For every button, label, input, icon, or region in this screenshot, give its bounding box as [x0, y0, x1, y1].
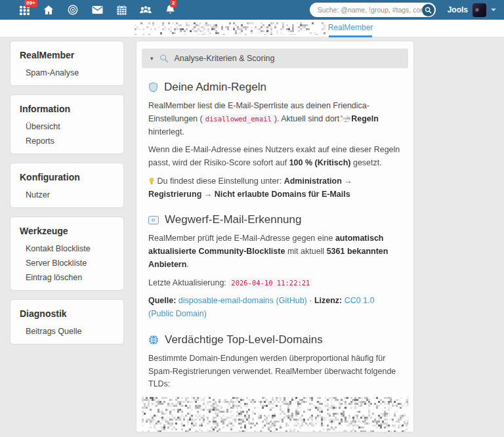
- groups-button[interactable]: [140, 4, 152, 16]
- sidebar-panel-title: Werkzeuge: [20, 226, 114, 236]
- panel-content: Deine Admin-Regeln RealMember liest die …: [142, 81, 408, 432]
- main-panel: ▾ Analyse-Kriterien & Scoring Deine Admi…: [136, 41, 413, 432]
- user-name: Jools: [448, 5, 468, 14]
- magnifier-icon: [159, 54, 169, 63]
- section-title: Verdächtige Top-Level-Domains: [165, 333, 323, 346]
- notifications-badge: 2: [170, 0, 177, 7]
- sidebar-panel-title: Diagnostik: [20, 308, 114, 319]
- sidebar-item-reports[interactable]: Reports: [20, 131, 114, 146]
- shield-icon: [148, 82, 158, 93]
- redacted-tld-list: [142, 397, 408, 432]
- text-bold: Registrierung: [148, 190, 201, 199]
- sidebar-item-kontakt-blockliste[interactable]: Kontakt Blockliste: [20, 239, 114, 253]
- network-target-icon: [68, 5, 78, 15]
- sidebar-item-uebersicht[interactable]: Übersicht: [20, 117, 114, 131]
- last-update-label: Letzte Aktualisierung:: [148, 278, 226, 287]
- sidebar-panel-title: RealMember: [20, 50, 114, 60]
- admin-rules-paragraph-1: RealMember liest die E-Mail-Sperrliste a…: [148, 100, 402, 138]
- text: RealMember prüft jede E-Mail-Adresse geg…: [148, 234, 335, 243]
- apps-badge: 99+: [24, 0, 37, 7]
- user-menu[interactable]: Jools: [448, 3, 496, 17]
- sidebar-panel-realmember: RealMember Spam-Analyse: [10, 41, 123, 85]
- admin-rules-tip: Du findest diese Einstellung unter: Admi…: [148, 175, 402, 201]
- settings-tabbar: RealMember: [0, 20, 504, 37]
- search-button[interactable]: [422, 4, 434, 16]
- lightbulb-icon: [148, 177, 155, 185]
- top-navbar: 99+: [0, 0, 504, 20]
- sidebar-panel-information: Information Übersicht Reports: [10, 95, 123, 154]
- text: ). Aktuell sind dort: [274, 114, 339, 123]
- source-license-line: Quelle: disposable-email-domains (GitHub…: [148, 295, 402, 321]
- last-update-timestamp: 2026-04-10 11:22:21: [228, 278, 312, 287]
- section-title: Deine Admin-Regeln: [164, 81, 266, 94]
- search-bar: [310, 3, 436, 17]
- tab-realmember[interactable]: RealMember: [329, 20, 372, 37]
- network-button[interactable]: [67, 4, 79, 16]
- text: .: [186, 260, 188, 269]
- sidebar-item-eintrag-loeschen[interactable]: Eintrag löschen: [20, 268, 114, 282]
- search-icon: [425, 7, 432, 14]
- sidebar-item-server-blockliste[interactable]: Server Blockliste: [20, 253, 114, 268]
- last-update-line: Letzte Aktualisierung: 2026-04-10 11:22:…: [148, 277, 402, 290]
- mail-icon: [92, 5, 103, 14]
- messages-button[interactable]: [91, 4, 103, 16]
- sidebar-panel-title: Konfiguration: [20, 172, 114, 182]
- section-title: Wegwerf-E-Mail-Erkennung: [165, 213, 301, 226]
- text-bold: 100 % (Kritisch): [289, 158, 351, 167]
- tld-paragraph: Bestimmte Domain-Endungen werden überpro…: [148, 352, 402, 391]
- user-avatar: [472, 3, 486, 17]
- home-button[interactable]: [43, 4, 54, 16]
- calendar-icon: [117, 5, 127, 15]
- section-disposable-email: ℮ Wegwerf-E-Mail-Erkennung: [148, 213, 402, 226]
- section-suspicious-tlds: Verdächtige Top-Level-Domains: [148, 333, 402, 346]
- home-icon: [43, 5, 54, 15]
- panel-title: Analyse-Kriterien & Scoring: [175, 54, 275, 63]
- admin-rules-paragraph-2: Wenn die E-Mail-Adresse eines Nutzers ex…: [148, 144, 402, 170]
- collapse-caret-icon: ▾: [150, 55, 154, 62]
- license-label: Lizenz:: [314, 296, 342, 305]
- text: gesetzt.: [350, 158, 381, 167]
- sidebar-item-beitrags-quelle[interactable]: Beitrags Quelle: [20, 322, 114, 336]
- apps-menu-button[interactable]: 99+: [18, 4, 30, 16]
- globe-icon: [148, 335, 159, 345]
- source-label: Quelle:: [148, 296, 176, 305]
- text: Du findest diese Einstellung unter:: [157, 177, 284, 186]
- sidebar-panel-werkzeuge: Werkzeuge Kontakt Blockliste Server Bloc…: [10, 217, 123, 290]
- source-link[interactable]: disposable-email-domains (GitHub): [178, 296, 307, 305]
- disposable-paragraph: RealMember prüft jede E-Mail-Adresse geg…: [148, 232, 402, 271]
- chevron-down-icon: [491, 9, 496, 11]
- text: →: [201, 190, 214, 199]
- calendar-button[interactable]: [116, 4, 127, 16]
- sidebar-panel-diagnostik: Diagnostik Beitrags Quelle: [10, 300, 123, 344]
- sidebar-item-spam-analyse[interactable]: Spam-Analyse: [20, 63, 114, 77]
- search-input[interactable]: [318, 6, 422, 14]
- section-admin-rules: Deine Admin-Regeln: [148, 81, 402, 94]
- text: mit aktuell: [285, 247, 326, 256]
- text-bold: Nicht erlaubte Domains für E-Mails: [215, 190, 350, 199]
- text-bold: Regeln: [351, 114, 379, 123]
- analysis-criteria-collapsible-header[interactable]: ▾ Analyse-Kriterien & Scoring: [142, 49, 408, 68]
- navbar-icon-group: 99+: [18, 4, 176, 16]
- text: →: [342, 177, 352, 186]
- text-bold: Administration: [284, 177, 342, 186]
- text: ·: [307, 296, 314, 305]
- redacted-rule-count: [341, 115, 350, 122]
- navbar-right: Jools: [310, 3, 496, 17]
- text: hinterlegt.: [148, 127, 184, 136]
- sidebar: RealMember Spam-Analyse Information Über…: [10, 41, 123, 344]
- email-icon: ℮: [148, 216, 159, 224]
- sidebar-panel-title: Information: [20, 104, 114, 114]
- sidebar-panel-konfiguration: Konfiguration Nutzer: [10, 163, 123, 207]
- user-group-icon: [140, 5, 152, 14]
- config-key-code: disallowed_email: [203, 114, 274, 123]
- notifications-button[interactable]: 2: [164, 4, 176, 16]
- redacted-tabs: [135, 22, 326, 35]
- sidebar-item-nutzer[interactable]: Nutzer: [20, 185, 114, 199]
